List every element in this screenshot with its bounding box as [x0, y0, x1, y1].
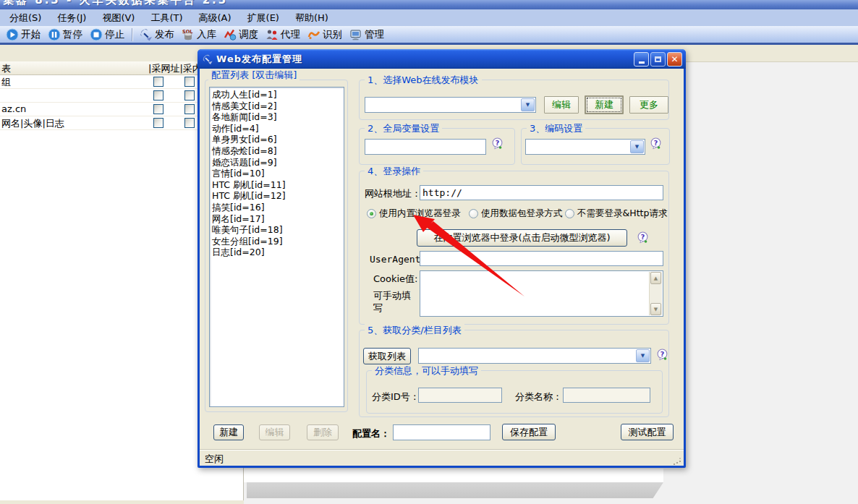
category-list-select[interactable]: ▼ — [418, 348, 651, 364]
stop-icon — [90, 28, 103, 41]
radio-login-mode-1[interactable]: 使用数据包登录方式 — [469, 208, 563, 220]
menu-item-3[interactable]: 工具(T) — [143, 10, 190, 26]
toolbar-button-schedule[interactable]: 调度 — [220, 27, 262, 42]
main-window-titlebar: 集器 8.3 - 火车头数据采集平台 2.3 — [0, 0, 858, 9]
sql-import-icon: SQL — [182, 28, 195, 41]
toolbar-button-proxy[interactable]: 代理 — [262, 27, 304, 42]
config-list-item[interactable]: HTC 刷机[id=11] — [212, 179, 344, 191]
toolbar-button-start[interactable]: 开始 — [2, 27, 44, 42]
collect-url-checkbox[interactable] — [153, 90, 163, 101]
radio-icon[interactable] — [469, 209, 478, 218]
collect-url-checkbox[interactable] — [153, 77, 163, 87]
pause-icon — [48, 28, 61, 41]
menu-item-4[interactable]: 高级(A) — [191, 10, 239, 26]
global-var-input[interactable] — [365, 139, 486, 155]
config-list-item[interactable]: 单身男女[id=6] — [212, 134, 344, 145]
menu-item-0[interactable]: 分组(S) — [1, 10, 49, 26]
footer-new-button[interactable]: 新建 — [213, 424, 244, 440]
radio-login-mode-0[interactable]: 使用内置浏览器登录 — [367, 208, 461, 220]
proxy-icon — [266, 28, 279, 41]
dialog-client: 配置列表 [双击编辑] 成功人生[id=1]情感美文[id=2]各地新闻[id=… — [200, 69, 684, 466]
chevron-down-icon[interactable]: ▼ — [630, 140, 644, 153]
minimize-button[interactable] — [634, 52, 649, 67]
help-icon[interactable]: ? — [491, 137, 504, 150]
config-list-item[interactable]: 情感杂烩[id=8] — [212, 145, 344, 157]
toolbar-button-label: 停止 — [105, 28, 124, 41]
cookie-scrollbar[interactable]: ▲ ▼ — [649, 272, 662, 315]
help-icon[interactable]: ? — [637, 231, 649, 244]
collect-url-checkbox[interactable] — [153, 118, 163, 128]
module-edit-button[interactable]: 编辑 — [544, 96, 579, 114]
useragent-input[interactable] — [420, 251, 663, 266]
config-name-input[interactable] — [393, 424, 490, 440]
menu-item-6[interactable]: 帮助(H) — [287, 10, 336, 26]
collect-content-checkbox[interactable] — [184, 90, 195, 101]
config-list-item[interactable]: HTC 刷机[id=12] — [212, 190, 344, 202]
footer-delete-button[interactable]: 删除 — [307, 424, 339, 440]
config-listbox[interactable]: 成功人生[id=1]情感美文[id=2]各地新闻[id=3]动作[id=4]单身… — [209, 87, 344, 407]
useragent-label: UserAgent — [370, 254, 420, 265]
svg-text:?: ? — [496, 139, 500, 147]
config-list-item[interactable]: 言情[id=10] — [212, 168, 344, 179]
scroll-up-icon[interactable]: ▲ — [650, 272, 661, 284]
collect-content-checkbox[interactable] — [184, 104, 195, 114]
toolbar-button-sql-import[interactable]: SQL入库 — [178, 27, 220, 42]
radio-label: 不需要登录&Http请求 — [577, 208, 667, 220]
chevron-down-icon[interactable]: ▼ — [521, 98, 535, 111]
menu-item-5[interactable]: 扩展(E) — [239, 10, 287, 26]
maximize-button[interactable] — [650, 52, 666, 67]
config-list-item[interactable]: 女生分组[id=19] — [212, 236, 344, 247]
radio-icon[interactable] — [367, 209, 376, 218]
menu-item-2[interactable]: 视图(V) — [94, 10, 143, 26]
ocr-icon — [307, 28, 320, 41]
config-list-item[interactable]: 成功人生[id=1] — [212, 89, 344, 101]
module-more-button[interactable]: 更多 — [629, 96, 668, 114]
resize-grip[interactable] — [679, 461, 681, 462]
toolbar-separator — [132, 28, 132, 41]
config-list-item[interactable]: 情感美文[id=2] — [212, 101, 344, 112]
fetch-list-button[interactable]: 获取列表 — [363, 348, 411, 364]
close-button[interactable]: ✕ — [667, 52, 682, 67]
category-name-input[interactable] — [563, 388, 650, 403]
svg-text:?: ? — [661, 350, 665, 358]
config-list-label: 配置列表 [双击编辑] — [208, 69, 300, 82]
collect-content-checkbox[interactable] — [184, 118, 195, 128]
toolbar-button-publish[interactable]: 发布 — [136, 27, 178, 42]
toolbar-button-ocr[interactable]: 识别 — [304, 27, 346, 42]
radio-icon[interactable] — [565, 209, 574, 218]
scroll-down-icon[interactable]: ▼ — [650, 303, 661, 315]
dialog-titlebar[interactable]: Web发布配置管理 ✕ — [197, 49, 686, 69]
config-list-item[interactable]: 动作[id=4] — [212, 123, 344, 134]
section1-title: 1、选择Web在线发布模块 — [365, 74, 482, 87]
toolbar-button-manage[interactable]: 管理 — [346, 27, 388, 42]
config-list-item[interactable]: 网名[id=17] — [212, 213, 344, 225]
help-icon[interactable]: ? — [656, 349, 668, 361]
toolbar-button-stop[interactable]: 停止 — [86, 27, 128, 42]
chevron-down-icon[interactable]: ▼ — [636, 349, 650, 362]
save-config-button[interactable]: 保存配置 — [502, 424, 556, 440]
encoding-select[interactable]: ▼ — [525, 139, 645, 155]
config-list-item[interactable]: 搞笑[id=16] — [212, 202, 344, 213]
collect-content-checkbox[interactable] — [184, 77, 195, 87]
toolbar-button-label: 入库 — [197, 28, 216, 41]
collect-url-checkbox[interactable] — [153, 104, 163, 114]
close-icon: ✕ — [671, 54, 678, 64]
config-list-item[interactable]: 日志[id=20] — [212, 247, 344, 258]
cookie-textarea[interactable]: ▲ ▼ — [420, 270, 663, 317]
help-icon[interactable]: ? — [650, 137, 662, 150]
config-list-item[interactable]: 婚恋话题[id=9] — [212, 157, 344, 168]
browser-login-button[interactable]: 在内置浏览器中登录(点击启动微型浏览器) — [417, 229, 627, 247]
radio-label: 使用数据包登录方式 — [481, 208, 563, 220]
category-id-input[interactable] — [418, 388, 502, 403]
test-config-button[interactable]: 测试配置 — [621, 424, 674, 440]
module-new-button[interactable]: 新建 — [585, 95, 624, 114]
radio-login-mode-2[interactable]: 不需要登录&Http请求 — [565, 208, 667, 220]
module-select[interactable]: ▼ — [365, 97, 536, 113]
footer-edit-button[interactable]: 编辑 — [259, 424, 290, 440]
site-root-input[interactable] — [420, 185, 663, 200]
menu-item-1[interactable]: 任务(J) — [49, 10, 94, 26]
toolbar-button-pause[interactable]: 暂停 — [44, 27, 86, 42]
config-list-item[interactable]: 唯美句子[id=18] — [212, 224, 344, 236]
toolbar-button-label: 暂停 — [63, 28, 82, 41]
config-list-item[interactable]: 各地新闻[id=3] — [212, 111, 344, 123]
